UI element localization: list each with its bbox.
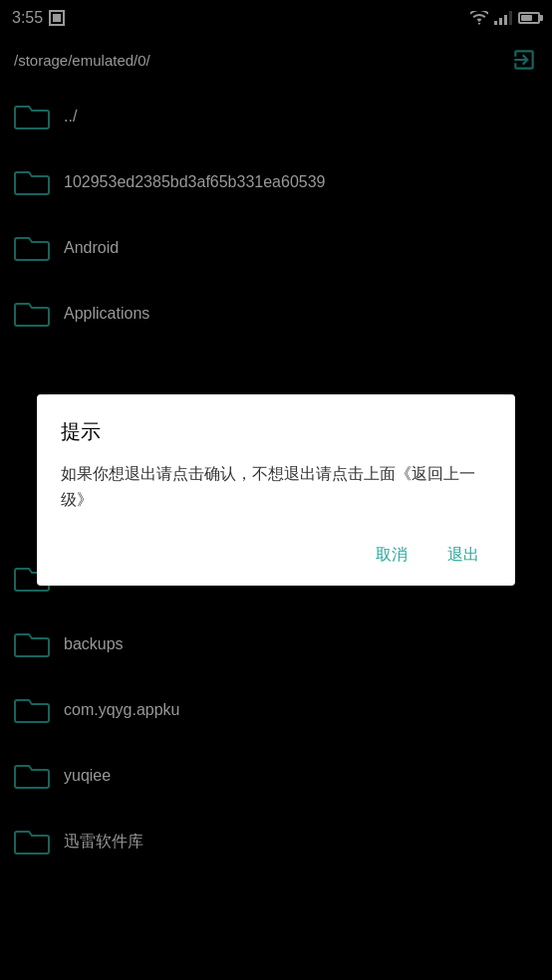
dialog-confirm-button[interactable]: 退出 (435, 537, 491, 574)
dialog-buttons: 取消 退出 (61, 537, 491, 574)
dialog-title: 提示 (61, 418, 491, 445)
dialog-message: 如果你想退出请点击确认，不想退出请点击上面《返回上一级》 (61, 461, 491, 512)
dialog-overlay: 提示 如果你想退出请点击确认，不想退出请点击上面《返回上一级》 取消 退出 (0, 0, 552, 980)
dialog-cancel-button[interactable]: 取消 (364, 537, 419, 574)
dialog: 提示 如果你想退出请点击确认，不想退出请点击上面《返回上一级》 取消 退出 (37, 394, 515, 585)
